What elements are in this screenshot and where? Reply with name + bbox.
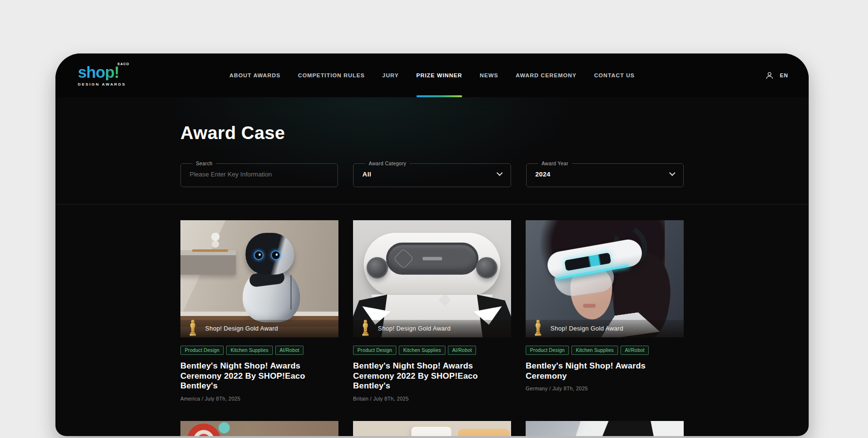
- award-card[interactable]: [526, 421, 684, 437]
- nav-item-label: CONTACT US: [594, 72, 635, 78]
- award-photo: [526, 421, 684, 437]
- shop-logo[interactable]: EACO shop! DESIGN AWARDS: [78, 64, 135, 87]
- nav-item-award-ceremony[interactable]: AWARD CEREMONY: [516, 53, 577, 97]
- main-nav: ABOUT AWARDS COMPETITION RULES JURY PRIZ…: [230, 53, 635, 97]
- chevron-down-icon: [669, 170, 675, 176]
- year-label: Award Year: [538, 161, 572, 166]
- nav-item-label: ABOUT AWARDS: [230, 72, 281, 78]
- badge-label: Shop! Design Gold Award: [550, 325, 623, 332]
- category-filter: Award Category All: [353, 161, 511, 187]
- nav-item-prize-winner[interactable]: PRIZE WINNER: [416, 53, 462, 97]
- nav-item-label: JURY: [382, 72, 399, 78]
- photo-art-layer: [367, 257, 388, 279]
- nav-item-news[interactable]: NEWS: [479, 53, 498, 97]
- year-select[interactable]: 2024: [535, 166, 674, 182]
- award-cards-grid: Shop! Design Gold Award Product DesignKi…: [55, 205, 809, 436]
- card-meta: Britain / July 8Th, 2025: [353, 396, 511, 402]
- award-photo: [353, 421, 511, 437]
- language-switcher[interactable]: EN: [780, 72, 788, 78]
- hero-section: Award Case Search Award Category All Awa…: [55, 97, 809, 204]
- award-card[interactable]: Shop! Design Gold Award Product DesignKi…: [180, 220, 338, 402]
- tag-chip: AI/Robot: [448, 346, 477, 355]
- site-window: EACO shop! DESIGN AWARDS ABOUT AWARDS CO…: [55, 53, 809, 436]
- tag-chip: AI/Robot: [275, 346, 304, 355]
- photo-art-layer: [476, 257, 497, 279]
- search-label: Search: [193, 161, 216, 166]
- site-header: EACO shop! DESIGN AWARDS ABOUT AWARDS CO…: [55, 53, 809, 97]
- tag-chip: Product Design: [353, 346, 396, 355]
- year-filter: Award Year 2024: [526, 161, 684, 187]
- trophy-icon: [533, 319, 543, 336]
- nav-item-about-awards[interactable]: ABOUT AWARDS: [230, 53, 281, 97]
- page-title: Award Case: [180, 97, 684, 143]
- search-filter: Search: [180, 161, 338, 187]
- tag-list: Product DesignKitchen SuppliesAI/Robot: [180, 346, 338, 355]
- award-card[interactable]: [353, 421, 511, 437]
- badge-label: Shop! Design Gold Award: [378, 325, 451, 332]
- person-icon[interactable]: [765, 71, 774, 80]
- tag-chip: Kitchen Supplies: [399, 346, 445, 355]
- year-value: 2024: [535, 171, 550, 178]
- category-label: Award Category: [365, 161, 409, 166]
- card-title: Bentley's Night Shop! Awards Ceremony 20…: [353, 361, 511, 391]
- award-photo: Shop! Design Gold Award: [353, 220, 511, 337]
- filters-row: Search Award Category All Award Year 202…: [180, 161, 684, 204]
- gold-award-badge: Shop! Design Gold Award: [353, 320, 511, 337]
- trophy-icon: [188, 319, 198, 336]
- photo-art-layer: [211, 233, 220, 251]
- search-input[interactable]: [190, 171, 329, 178]
- tag-chip: AI/Robot: [620, 346, 649, 355]
- gold-award-badge: Shop! Design Gold Award: [180, 320, 338, 337]
- category-value: All: [362, 171, 371, 178]
- trophy-icon: [360, 319, 371, 336]
- award-card[interactable]: Shop! Design Gold Award Product DesignKi…: [353, 220, 511, 402]
- card-title: Bentley's Night Shop! Awards Ceremony 20…: [180, 361, 338, 391]
- photo-art-layer: [386, 243, 478, 275]
- chevron-down-icon: [496, 170, 503, 176]
- tag-chip: Product Design: [180, 346, 224, 355]
- tag-chip: Kitchen Supplies: [571, 346, 618, 355]
- nav-item-label: NEWS: [479, 72, 498, 78]
- category-select[interactable]: All: [362, 166, 501, 182]
- nav-item-label: COMPETITION RULES: [298, 72, 365, 78]
- logo-name-text: shop!: [78, 64, 135, 80]
- tag-list: Product DesignKitchen SuppliesAI/Robot: [526, 346, 684, 355]
- header-right: EN: [765, 71, 788, 80]
- award-photo: [180, 421, 338, 437]
- card-meta: America / July 8Th, 2025: [180, 396, 338, 402]
- award-photo: Shop! Design Gold Award: [526, 220, 684, 337]
- tag-list: Product DesignKitchen SuppliesAI/Robot: [353, 346, 511, 355]
- nav-item-label: PRIZE WINNER: [416, 72, 462, 78]
- award-card[interactable]: Shop! Design Gold Award Product DesignKi…: [526, 220, 684, 402]
- nav-item-contact-us[interactable]: CONTACT US: [594, 53, 635, 97]
- nav-item-competition-rules[interactable]: COMPETITION RULES: [298, 53, 365, 97]
- card-meta: Germany / July 8Th, 2025: [526, 385, 684, 391]
- award-card[interactable]: [180, 421, 338, 437]
- tag-chip: Kitchen Supplies: [226, 346, 273, 355]
- nav-item-label: AWARD CEREMONY: [516, 72, 577, 78]
- badge-label: Shop! Design Gold Award: [205, 325, 278, 332]
- tag-chip: Product Design: [526, 346, 569, 355]
- logo-eaco-text: EACO: [118, 62, 129, 66]
- card-title: Bentley's Night Shop! Awards Ceremony: [526, 361, 684, 381]
- award-photo: Shop! Design Gold Award: [180, 220, 338, 337]
- photo-art-layer: [246, 233, 294, 275]
- gold-award-badge: Shop! Design Gold Award: [526, 320, 684, 337]
- photo-art-layer: [243, 269, 300, 322]
- logo-tagline-text: DESIGN AWARDS: [78, 82, 135, 87]
- nav-item-jury[interactable]: JURY: [382, 53, 399, 97]
